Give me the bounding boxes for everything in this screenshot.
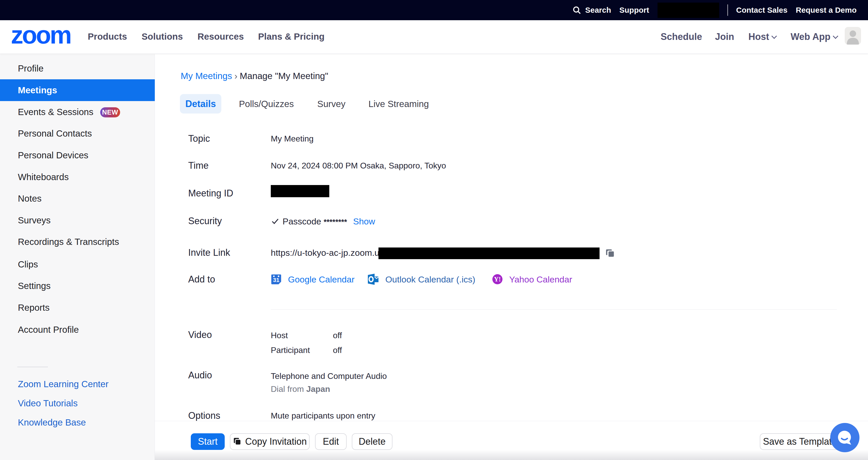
svg-text:Y!: Y!: [494, 276, 501, 283]
svg-text:31: 31: [273, 277, 279, 283]
svg-text:zoom: zoom: [12, 29, 71, 45]
